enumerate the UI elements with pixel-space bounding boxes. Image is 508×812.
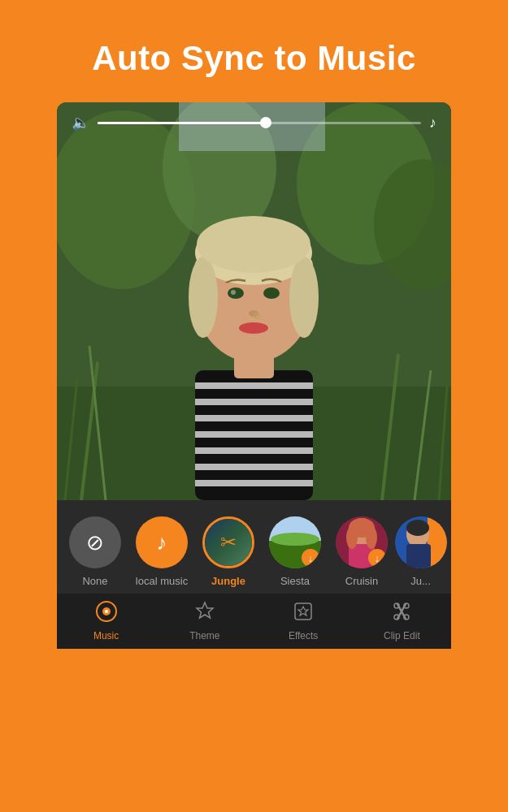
- svg-rect-19: [195, 464, 313, 470]
- svg-point-31: [231, 290, 236, 295]
- local-music-icon: ♪: [157, 530, 167, 555]
- music-panel: ⊘ None ♪ local music ✂ Jungle: [57, 500, 451, 594]
- svg-point-29: [228, 287, 244, 299]
- nav-theme[interactable]: Theme: [155, 594, 254, 649]
- siesta-label: Siesta: [280, 575, 310, 587]
- progress-fill: [98, 122, 266, 124]
- local-label: local music: [136, 575, 188, 587]
- music-item-cruisin[interactable]: ↓ Cruisin: [332, 516, 392, 587]
- jungle-thumbnail: ✂: [205, 519, 252, 566]
- svg-marker-56: [298, 607, 308, 615]
- music-item-none[interactable]: ⊘ None: [65, 516, 125, 587]
- music-options-list: ⊘ None ♪ local music ✂ Jungle: [57, 500, 451, 594]
- nav-effects[interactable]: Effects: [254, 594, 353, 649]
- music-item-ju[interactable]: Ju...: [398, 516, 443, 587]
- music-item-siesta[interactable]: ↓ Siesta: [265, 516, 325, 587]
- svg-rect-49: [406, 544, 431, 568]
- page-title: Auto Sync to Music: [33, 39, 475, 78]
- jungle-label: Jungle: [211, 575, 245, 587]
- local-circle: ♪: [136, 516, 188, 568]
- svg-point-39: [271, 533, 319, 546]
- svg-rect-16: [195, 415, 313, 421]
- jungle-scissors-icon: ✂: [220, 531, 237, 554]
- svg-point-30: [263, 287, 280, 299]
- cruisin-label: Cruisin: [345, 575, 378, 587]
- jungle-circle: ✂: [202, 516, 254, 568]
- nav-music[interactable]: Music: [57, 594, 155, 649]
- siesta-download-icon: ↓: [302, 549, 319, 567]
- theme-nav-label: Theme: [189, 630, 219, 641]
- svg-rect-17: [195, 431, 313, 438]
- ju-thumbnail: [395, 516, 447, 568]
- siesta-circle: ↓: [269, 516, 321, 568]
- svg-rect-15: [195, 399, 313, 405]
- svg-point-44: [346, 526, 358, 549]
- none-label: None: [82, 575, 107, 587]
- svg-rect-18: [195, 447, 313, 454]
- volume-icon: 🔈: [72, 114, 89, 132]
- clip-edit-nav-icon: [391, 601, 412, 627]
- svg-rect-20: [195, 480, 313, 486]
- media-bar: 🔈 ♪: [57, 102, 451, 143]
- svg-point-27: [289, 257, 319, 338]
- progress-track[interactable]: [98, 122, 421, 124]
- theme-nav-icon: [194, 601, 215, 627]
- svg-point-53: [105, 610, 108, 613]
- cruisin-download-icon: ↓: [368, 549, 386, 567]
- music-item-local[interactable]: ♪ local music: [132, 516, 192, 587]
- svg-point-50: [406, 520, 429, 536]
- none-circle: ⊘: [69, 516, 121, 568]
- music-note-icon: ♪: [429, 114, 436, 132]
- none-icon: ⊘: [86, 530, 104, 555]
- progress-dot: [260, 117, 271, 128]
- svg-point-28: [197, 216, 310, 273]
- svg-point-45: [366, 526, 377, 549]
- nav-clip-edit[interactable]: Clip Edit: [353, 594, 451, 649]
- svg-marker-54: [197, 603, 213, 618]
- header: Auto Sync to Music: [0, 0, 508, 102]
- ju-circle: [395, 516, 447, 568]
- music-item-jungle[interactable]: ✂ Jungle: [198, 516, 258, 587]
- svg-rect-14: [195, 382, 313, 389]
- clip-edit-nav-label: Clip Edit: [384, 630, 420, 641]
- cruisin-circle: ↓: [336, 516, 388, 568]
- video-frame: 🔈 ♪: [57, 102, 451, 500]
- effects-nav-icon: [293, 601, 314, 627]
- bottom-nav: Music Theme Effects: [57, 594, 451, 649]
- music-nav-icon: [96, 601, 117, 627]
- ju-label: Ju...: [410, 575, 431, 587]
- music-nav-label: Music: [93, 630, 119, 641]
- ju-svg: [395, 516, 447, 568]
- svg-point-34: [239, 322, 268, 334]
- svg-point-26: [189, 257, 218, 338]
- effects-nav-label: Effects: [289, 630, 318, 641]
- photo-area: [57, 102, 451, 500]
